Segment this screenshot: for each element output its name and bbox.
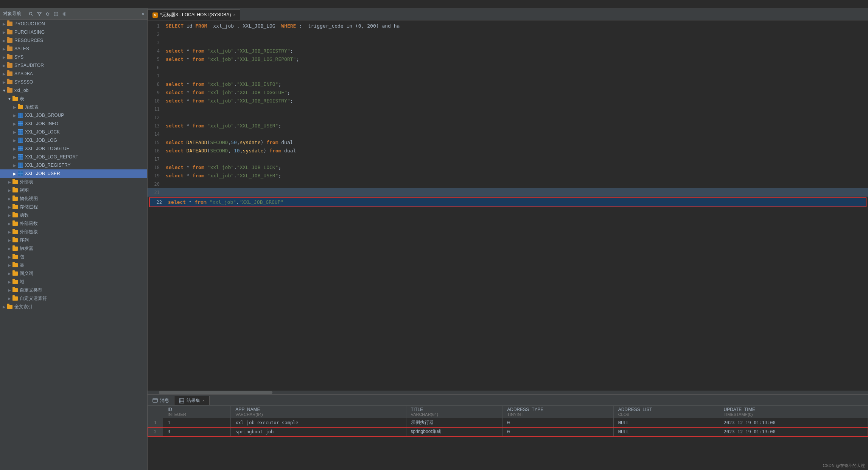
sidebar-item-chufaqi[interactable]: ▶ 触发器: [0, 244, 147, 253]
sidebar-header: 对象导航 ×: [0, 8, 147, 20]
sidebar-item-label: 存储过程: [20, 204, 147, 210]
sidebar-item-xitongbiao[interactable]: ▶ 系统表: [0, 103, 147, 111]
config-tool-btn[interactable]: [61, 10, 68, 18]
code-line-15: 15 select DATEADD(SECOND,50,sysdate) fro…: [148, 138, 868, 147]
col-type: CLOB: [618, 412, 714, 417]
sidebar-item-waibubiao[interactable]: ▶ 外部表: [0, 178, 147, 186]
bottom-tabs: 消息 结果集 ×: [148, 395, 868, 405]
tree-arrow: ▶: [2, 305, 7, 309]
sidebar-item-quanwensuo[interactable]: ▶ 全文索引: [0, 302, 147, 311]
db-icon: [7, 79, 13, 85]
code-line-17: 17: [148, 155, 868, 163]
sidebar-item-xxl-job-logglue[interactable]: ▶ XXL_JOB_LOGGLUE: [0, 144, 147, 153]
folder-icon: [12, 237, 18, 243]
sidebar-item-label: 序列: [20, 237, 147, 244]
sidebar-item-sysdba[interactable]: ▶ SYSDBA: [0, 70, 147, 78]
sidebar-item-syssso[interactable]: ▶ SYSSSO: [0, 78, 147, 86]
line-number: 19: [148, 172, 163, 180]
sidebar-item-shitu[interactable]: ▶ 视图: [0, 186, 147, 194]
sidebar-close-btn[interactable]: ×: [142, 11, 144, 16]
tree-arrow: ▶: [2, 30, 7, 34]
sidebar-item-hanshu[interactable]: ▶ 函数: [0, 211, 147, 219]
tab-close-btn[interactable]: ×: [233, 13, 235, 17]
svg-line-1: [32, 14, 33, 16]
results-tab-close[interactable]: ×: [202, 399, 205, 403]
sidebar-item-cunchuguo[interactable]: ▶ 存储过程: [0, 203, 147, 211]
sidebar-item-sales[interactable]: ▶ SALES: [0, 45, 147, 53]
sidebar-item-yu[interactable]: ▶ 域: [0, 278, 147, 286]
sidebar-item-xxl-job-registry[interactable]: ▶ XXL_JOB_REGISTRY: [0, 161, 147, 169]
svg-rect-7: [179, 399, 184, 403]
sidebar-item-xxl-job-log[interactable]: ▶ XXL_JOB_LOG: [0, 136, 147, 144]
col-name: APP_NAME: [235, 407, 401, 412]
tree-arrow: ▶: [12, 163, 17, 168]
collapse-tool-btn[interactable]: [52, 10, 60, 18]
sidebar-item-purchasing[interactable]: ▶ PURCHASING: [0, 28, 147, 36]
sidebar-item-zidingyi2[interactable]: ▶ 自定义运算符: [0, 294, 147, 302]
sidebar-item-xxl-job-info[interactable]: ▶ XXL_JOB_INFO: [0, 119, 147, 128]
filter-tool-btn[interactable]: [36, 10, 43, 18]
tree-arrow: ▶: [12, 105, 17, 109]
sidebar-item-waibuhanshu[interactable]: ▶ 外部函数: [0, 219, 147, 228]
sidebar-item-label: XXL_JOB_LOG: [25, 138, 147, 143]
sidebar-item-waibulianji[interactable]: ▶ 外部链接: [0, 228, 147, 236]
sidebar-item-sysauditor[interactable]: ▶ SYSAUDITOR: [0, 61, 147, 70]
tree-arrow: ▶: [7, 222, 12, 226]
editor-scrollbar-thumb[interactable]: [159, 391, 272, 394]
line-number: 20: [148, 180, 163, 188]
tree-arrow: ▶: [2, 72, 7, 76]
sidebar-item-xxl-job-log-report[interactable]: ▶ XXL_JOB_LOG_REPORT: [0, 153, 147, 161]
code-line-20: 20: [148, 180, 868, 188]
code-line-16: 16 select DATEADD(SECOND,-10,sysdate) fr…: [148, 147, 868, 155]
line-content: select DATEADD(SECOND,50,sysdate) from d…: [163, 138, 293, 147]
tree-arrow: ▼: [2, 88, 7, 93]
sidebar-item-wuhuashitu[interactable]: ▶ 物化视图: [0, 194, 147, 203]
sidebar-item-resources[interactable]: ▶ RESOURCES: [0, 36, 147, 45]
tree-arrow: ▶: [12, 138, 17, 143]
editor-scrollbar[interactable]: [148, 391, 868, 394]
code-line-11: 11: [148, 105, 868, 113]
db-icon: [7, 46, 13, 52]
tree-arrow: ▶: [7, 205, 12, 209]
editor-tab[interactable]: S *无标题3 - LOCALHOST(SYSDBA) ×: [148, 9, 240, 20]
message-tab[interactable]: 消息: [148, 396, 174, 405]
code-line-6: 6: [148, 64, 868, 72]
sidebar-item-xxl-job-user[interactable]: ▶ XXL_JOB_USER: [0, 169, 147, 178]
sidebar-item-tongyi[interactable]: ▶ 同义词: [0, 269, 147, 278]
tree-arrow: ▶: [2, 47, 7, 51]
folder-icon: [12, 212, 18, 218]
sidebar-item-production[interactable]: ▶ PRODUCTION: [0, 20, 147, 28]
magnify-tool-btn[interactable]: [27, 10, 35, 18]
col-updatetime-header: UPDATE_TIME TIMESTAMP(0): [719, 406, 868, 418]
sidebar-item-label: SYSAUDITOR: [14, 63, 147, 68]
sidebar-item-biao[interactable]: ▼ 表: [0, 95, 147, 103]
folder-icon: [12, 204, 18, 210]
tree-arrow: ▶: [2, 55, 7, 59]
sidebar-title: 对象导航: [3, 11, 21, 17]
code-editor[interactable]: 1 SELECT id FROM xxl_job . XXL_JOB_LOG W…: [148, 20, 868, 391]
tree-arrow: ▶: [7, 213, 12, 217]
sidebar-item-xxl-job[interactable]: ▼ xxl_job: [0, 86, 147, 95]
sidebar-item-zidingyi[interactable]: ▶ 自定义类型: [0, 286, 147, 294]
table-icon: [17, 171, 23, 177]
results-tab[interactable]: 结果集 ×: [174, 396, 210, 405]
col-name: UPDATE_TIME: [724, 407, 863, 412]
sidebar-item-label: PURCHASING: [14, 29, 147, 35]
table-row[interactable]: 2 3 springboot-job springboot集成 0 NULL 2…: [148, 427, 868, 436]
code-line-7: 7: [148, 72, 868, 80]
sidebar-item-bao[interactable]: ▶ 包: [0, 253, 147, 261]
refresh-tool-btn[interactable]: [44, 10, 51, 18]
sidebar-item-lei[interactable]: ▶ 类: [0, 261, 147, 269]
code-line-1: 1 SELECT id FROM xxl_job . XXL_JOB_LOG W…: [148, 22, 868, 30]
code-lines: 1 SELECT id FROM xxl_job . XXL_JOB_LOG W…: [148, 20, 868, 391]
sidebar-item-label: 函数: [20, 212, 147, 219]
sidebar-item-xxl-job-lock[interactable]: ▶ XXL_JOB_LOCK: [0, 128, 147, 136]
sidebar-item-sys[interactable]: ▶ SYS: [0, 53, 147, 61]
sidebar-item-xulie[interactable]: ▶ 序列: [0, 236, 147, 244]
line-content: select * from "xxl_job"."XXL_JOB_USER";: [163, 122, 281, 130]
line-number: 15: [148, 138, 163, 147]
table-row[interactable]: 1 1 xxl-job-executor-sample 示例执行器 0 NULL…: [148, 418, 868, 427]
tree-arrow: ▶: [12, 130, 17, 134]
sidebar-item-xxl-job-group[interactable]: ▶ XXL_JOB_GROUP: [0, 111, 147, 119]
results-area[interactable]: ID INTEGER APP_NAME VARCHAR(64) TITLE VA…: [148, 405, 868, 470]
